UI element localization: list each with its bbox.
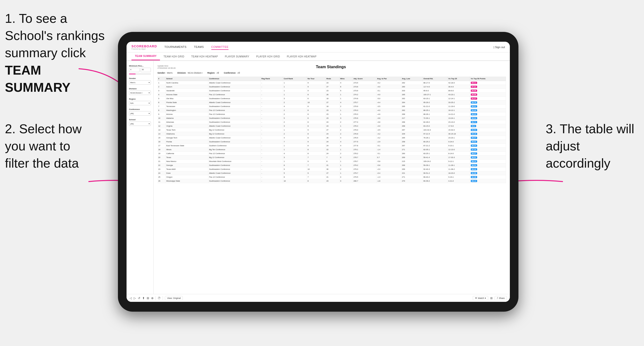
table-cell: 24	[326, 120, 339, 124]
table-row[interactable]: 1North CarolinaAtlantic Coast Conference…	[158, 81, 506, 85]
score-badge: 80.04	[471, 117, 477, 119]
table-cell: 24	[326, 144, 339, 148]
toolbar-reload-icon[interactable]: ↺	[138, 296, 140, 300]
table-row[interactable]: 3VanderbiltSoutheastern Conference-19235…	[158, 89, 506, 93]
table-cell: Tennessee	[165, 105, 208, 108]
sign-out-button[interactable]: | Sign out	[494, 46, 505, 49]
table-row[interactable]: 22GeorgiaSoutheastern Conference-8721127…	[158, 164, 506, 167]
table-row[interactable]: 15Georgia TechAtlantic Coast Conference-…	[158, 136, 506, 140]
table-row[interactable]: 16FloridaSoutheastern Conference-7924427…	[158, 140, 506, 144]
nav-tournaments[interactable]: TOURNAMENTS	[164, 44, 186, 50]
subnav-team-h2h-grid[interactable]: TEAM H2H GRID	[160, 52, 188, 60]
table-cell: 27	[326, 85, 339, 89]
toolbar-share-icon[interactable]: ⬆	[142, 296, 145, 300]
watch-label: Watch	[478, 297, 484, 299]
table-row[interactable]: 17East Tennessee StateSouthern Conferenc…	[158, 144, 506, 148]
subnav-player-summary[interactable]: PLAYER SUMMARY	[222, 52, 252, 60]
table-cell: Arizona	[165, 112, 208, 116]
table-row[interactable]: 2AuburnSoutheastern Conference-19276273.…	[158, 85, 506, 89]
share-btn[interactable]: ⤴ Share	[494, 296, 507, 300]
table-row[interactable]: 10AlabamaSoutheastern Conference-5623327…	[158, 116, 506, 120]
table-cell: 1	[283, 128, 307, 132]
table-row[interactable]: 12VirginiaAtlantic Coast Conference-3824…	[158, 124, 506, 128]
filter-region-input[interactable]: N/A ▾	[129, 101, 151, 105]
table-cell: -	[261, 124, 283, 128]
score-badge: 88.54	[471, 164, 477, 166]
toolbar-back-icon[interactable]: ◁	[130, 296, 132, 300]
table-row[interactable]: 19CaliforniaPac-12 Conference-48242278.2…	[158, 152, 506, 156]
filter-school-input[interactable]: (All) ▾	[129, 122, 151, 126]
toolbar-plus-icon[interactable]: ⊕	[151, 296, 154, 300]
table-row[interactable]: 21New MexicoMountain West Conference-198…	[158, 160, 506, 164]
subnav-player-h2h-heatmap[interactable]: PLAYER H2H HEATMAP	[283, 52, 320, 60]
instruction-3: 3. The table will adjust accordingly	[546, 120, 639, 172]
table-row[interactable]: 4Arizona StatePac-12 Conference-18261274…	[158, 93, 506, 97]
toolbar-forward-icon[interactable]: ▷	[134, 296, 136, 300]
tablet-screen: SCOREBOARD Powered by clippd TOURNAMENTS…	[126, 42, 510, 302]
filter-min-input[interactable]: 4	[129, 68, 140, 72]
table-cell: 82-05-1	[422, 148, 448, 152]
table-cell: 87-21-2	[422, 144, 448, 148]
table-row[interactable]: 26Mississippi StateSoutheastern Conferen…	[158, 179, 506, 183]
table-cell: -4.0	[376, 85, 401, 89]
col-vs50-points: Vs Top 50 Points	[470, 77, 506, 81]
slider-track[interactable]	[129, 74, 151, 74]
table-cell: 9	[307, 128, 326, 132]
table-cell: 81.27	[470, 97, 506, 101]
table-row[interactable]: 14OklahomaBig 12 Conference-28242276.9-4…	[158, 132, 506, 136]
watch-chevron: ▾	[485, 297, 486, 299]
nav-teams[interactable]: TEAMS	[194, 44, 204, 50]
table-cell: 88-17-0	[422, 81, 448, 85]
table-cell: 87.34	[470, 148, 506, 152]
toolbar-bookmark-icon[interactable]: ⊞	[147, 296, 149, 300]
filter-division-label: Division	[129, 88, 151, 90]
nav-committee[interactable]: COMMITTEE	[211, 44, 229, 50]
table-cell: 280.7	[352, 179, 376, 183]
table-cell: 260	[401, 152, 422, 156]
table-row[interactable]: 6Florida StateAtlantic Coast Conference-…	[158, 101, 506, 105]
table-row[interactable]: 20TexasBig 12 Conference-3770278.70.7269…	[158, 156, 506, 160]
table-cell: 276.3	[352, 112, 376, 116]
table-row[interactable]: 23Texas A&MSoutheastern Conference-91030…	[158, 167, 506, 171]
table-row[interactable]: 7TennesseeSoutheastern Conference-481822…	[158, 105, 506, 108]
table-cell: 277.0	[352, 120, 376, 124]
filter-gender-input[interactable]: Men's ▾	[129, 80, 151, 85]
table-row[interactable]: 5Ole MissSoutheastern Conference-3618127…	[158, 97, 506, 101]
table-cell: 278.2	[352, 152, 376, 156]
view-original-label: View: Original	[167, 297, 180, 299]
table-cell: -	[261, 105, 283, 108]
table-row[interactable]: 25OregonPac-12 Conference-87210279.5-1.3…	[158, 175, 506, 179]
watch-btn[interactable]: 👁 Watch ▾	[473, 296, 488, 300]
table-cell: -	[261, 112, 283, 116]
view-original-btn[interactable]: View: Original	[165, 296, 183, 300]
toolbar-grid-icon[interactable]: ⊞	[490, 296, 493, 300]
filter-division-input[interactable]: NCAA Division I ▾	[129, 91, 151, 95]
col-overall: Overall Rd.	[422, 77, 448, 81]
table-cell: 23	[326, 179, 339, 183]
table-cell: 276.9	[352, 116, 376, 120]
col-conference: Conference	[208, 77, 260, 81]
table-row[interactable]: 9ArizonaPac-12 Conference-28231276.3-4.6…	[158, 112, 506, 116]
table-cell: 42-18-0	[448, 81, 470, 85]
score-badge: 88.27	[471, 152, 477, 155]
table-cell: Atlantic Coast Conference	[208, 124, 260, 128]
table-cell: 1	[339, 112, 352, 116]
table-cell: 266	[401, 164, 422, 167]
subnav-team-h2h-heatmap[interactable]: TEAM H2H HEATMAP	[188, 52, 222, 60]
table-row[interactable]: 18IllinoisBig Ten Conference-18221279.1-…	[158, 148, 506, 152]
table-row[interactable]: 24DukeAtlantic Coast Conference-59271279…	[158, 171, 506, 175]
table-cell: Oklahoma	[165, 132, 208, 136]
subnav-team-summary[interactable]: TEAM SUMMARY	[132, 52, 160, 60]
filter-max-input[interactable]: 30	[140, 68, 151, 72]
toolbar-clock-icon[interactable]: ⏱	[158, 296, 161, 300]
table-cell: 7	[307, 175, 326, 179]
subnav-player-h2h-grid[interactable]: PLAYER H2H GRID	[253, 52, 284, 60]
table-row[interactable]: 8WashingtonPac-12 Conference-28231276.3-…	[158, 108, 506, 112]
filter-minimum-rou: Minimum Rou... 4 30	[129, 65, 151, 74]
filter-conference-input[interactable]: (All) ▾	[129, 111, 151, 116]
table-cell: Atlantic Coast Conference	[208, 136, 260, 140]
table-cell: 5	[283, 171, 307, 175]
table-row[interactable]: 13Texas TechBig 12 Conference-19272276.0…	[158, 128, 506, 132]
table-row[interactable]: 11ArkansasSoutheastern Conference-282422…	[158, 120, 506, 124]
table-cell: Southeastern Conference	[208, 120, 260, 124]
